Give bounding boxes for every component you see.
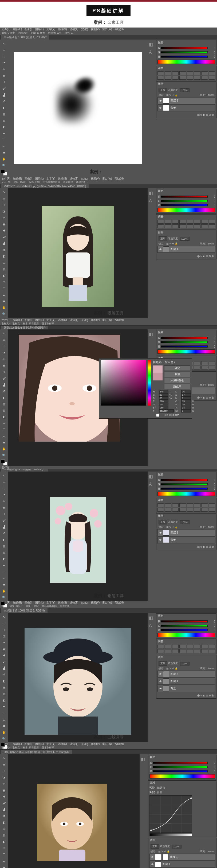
option-segment[interactable]: 调整边缘... [76, 181, 88, 184]
brush-tool[interactable]: 🖌 [1, 86, 7, 91]
history-panel-icon[interactable]: ◧ [149, 615, 154, 621]
option-segment[interactable]: 间距: 25% [29, 181, 40, 184]
crop-tool[interactable]: ✂ [1, 356, 7, 362]
path-select-tool[interactable]: ▴ [1, 433, 7, 439]
menu-item[interactable]: 图像(I) [25, 318, 32, 322]
healing-brush-tool[interactable]: ✚ [1, 79, 7, 85]
healing-brush-tool[interactable]: ✚ [1, 511, 7, 517]
adjustment-icon[interactable] [187, 503, 193, 507]
adjustment-icon[interactable] [179, 224, 186, 228]
opacity-input[interactable]: 100% [180, 237, 189, 241]
bl-input[interactable] [159, 406, 169, 409]
r-slider[interactable] [161, 479, 208, 481]
adjustment-icon[interactable] [201, 645, 208, 648]
crop-tool[interactable]: ✂ [1, 66, 7, 72]
h-input[interactable] [159, 390, 169, 393]
menu-item[interactable]: 滤镜(T) [70, 742, 78, 746]
blur-tool[interactable]: ◍ [1, 266, 7, 272]
blend-mode-dropdown[interactable]: 正常 [158, 88, 167, 92]
adjustment-icon[interactable] [201, 361, 208, 365]
curves-graph[interactable] [149, 795, 192, 833]
crop-tool[interactable]: ✂ [1, 640, 7, 646]
adjustment-icon[interactable] [172, 649, 179, 653]
adjustment-icon[interactable] [194, 508, 201, 512]
menu-item[interactable]: 图像(I) [25, 177, 32, 181]
option-segment[interactable]: 蒙版 [26, 604, 31, 608]
color-swatch[interactable] [1, 169, 7, 176]
gradient-tool[interactable]: ▤ [1, 111, 7, 117]
color-picker-dialog[interactable]: 拾色器（前景色） 确定 取消 添加到色板 颜色库 [99, 358, 192, 418]
move-tool[interactable]: ↖ [1, 473, 7, 478]
visibility-toggle[interactable]: 👁 [158, 538, 163, 541]
menu-item[interactable]: 视图(V) [91, 742, 100, 746]
web-only-checkbox[interactable] [153, 413, 162, 417]
healing-brush-tool[interactable]: ✚ [1, 652, 7, 658]
adjustment-icon[interactable] [172, 503, 179, 507]
menu-item[interactable]: 文字(Y) [46, 742, 55, 746]
menu-item[interactable]: 帮助(H) [114, 742, 123, 746]
menu-item[interactable]: 选择(S) [58, 177, 67, 181]
b-slider[interactable] [161, 56, 208, 58]
blur-tool[interactable]: ◍ [1, 832, 7, 838]
type-tool[interactable]: T [1, 285, 7, 291]
clone-stamp-tool[interactable]: ▟ [1, 665, 7, 671]
visibility-toggle[interactable]: 👁 [150, 856, 155, 859]
ok-button[interactable]: 确定 [164, 366, 190, 371]
color-libraries-button[interactable]: 颜色库 [164, 384, 190, 389]
path-select-tool[interactable]: ▴ [1, 858, 7, 864]
adjustment-icon[interactable] [179, 76, 186, 80]
color-swatch[interactable] [1, 743, 7, 749]
option-segment[interactable]: 自动增强 [63, 181, 73, 184]
history-brush-tool[interactable]: ↺ [1, 813, 7, 819]
hand-tool[interactable]: ✋ [1, 446, 7, 452]
adjustment-icon[interactable] [187, 645, 193, 648]
g-slider[interactable] [161, 200, 208, 202]
menu-item[interactable]: 图层(L) [35, 742, 44, 746]
adjustment-icon[interactable] [209, 76, 215, 80]
menu-item[interactable]: 编辑(E) [13, 318, 22, 322]
r-slider[interactable] [161, 195, 208, 198]
b-slider[interactable] [161, 488, 208, 490]
adjustment-icon[interactable] [179, 220, 186, 224]
option-segment[interactable]: 大小: 30 [2, 181, 10, 184]
adjustment-icon[interactable] [194, 649, 201, 653]
hand-tool[interactable]: ✋ [1, 730, 7, 735]
adjustment-icon[interactable] [194, 220, 201, 224]
menu-item[interactable]: 文件(F) [2, 28, 10, 31]
menu-item[interactable]: 图层(L) [35, 177, 44, 181]
r-slider[interactable] [153, 762, 208, 764]
type-tool[interactable]: T [1, 137, 7, 143]
crop-tool[interactable]: ✂ [1, 215, 7, 221]
pen-tool[interactable]: ✒ [1, 845, 7, 851]
adjustment-icon[interactable] [201, 508, 208, 512]
hue-slider[interactable] [148, 360, 151, 406]
pen-tool[interactable]: ✒ [1, 704, 7, 710]
dodge-tool[interactable]: ◐ [1, 839, 7, 844]
r-input[interactable] [159, 400, 169, 403]
g-slider[interactable] [161, 483, 208, 486]
character-panel-icon[interactable]: A [149, 623, 154, 629]
layer-row[interactable]: 👁图层 1 [157, 529, 215, 536]
zoom-tool[interactable]: 🔍 [1, 736, 7, 742]
layer-name[interactable]: 图层 1 [171, 531, 178, 535]
menu-item[interactable]: 帮助(H) [114, 177, 123, 181]
adjustment-icon[interactable] [165, 76, 171, 80]
eraser-tool[interactable]: ◧ [1, 537, 7, 542]
menu-item[interactable]: 图层(L) [35, 28, 44, 31]
adjustment-icon[interactable] [209, 361, 215, 365]
shape-tool[interactable]: ■ [1, 439, 7, 445]
document-tab[interactable]: 未标题-1 @ 100% (图层 2, RGB/8) [1, 608, 47, 613]
mask-thumbnail[interactable] [162, 854, 169, 860]
adjustment-icon[interactable] [209, 503, 215, 507]
healing-brush-tool[interactable]: ✚ [1, 369, 7, 375]
menu-item[interactable]: 文件(F) [2, 177, 10, 181]
history-brush-tool[interactable]: ↺ [1, 98, 7, 104]
layer-name[interactable]: 图层 2 [171, 672, 178, 676]
menu-item[interactable]: 窗口(W) [102, 318, 112, 322]
adjustment-icon[interactable] [201, 366, 208, 370]
layer-row[interactable]: 👁背景 [157, 104, 215, 112]
b-slider[interactable] [161, 345, 208, 348]
menu-item[interactable]: 图像(I) [25, 28, 32, 31]
eyedropper-tool[interactable]: ◉ [1, 787, 7, 793]
hand-tool[interactable]: ✋ [1, 156, 7, 162]
